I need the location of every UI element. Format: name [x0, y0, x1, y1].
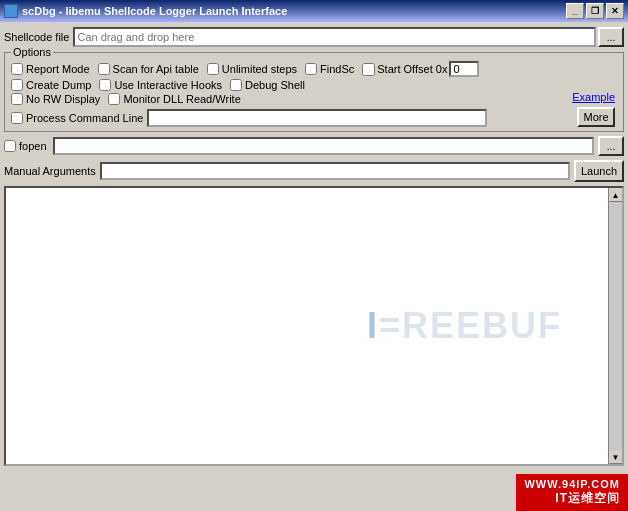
fopen-item: fopen [4, 140, 47, 152]
create-dump-label: Create Dump [26, 79, 91, 91]
report-mode-item: Report Mode [11, 63, 90, 75]
shellcode-row: Shellcode file ... [4, 26, 624, 48]
process-row: Process Command Line [11, 109, 617, 127]
options-legend: Options [11, 46, 53, 58]
window-title: scDbg - libemu Shellcode Logger Launch I… [22, 5, 287, 17]
interactive-hooks-checkbox[interactable] [99, 79, 111, 91]
findsc-checkbox[interactable] [305, 63, 317, 75]
more-button[interactable]: More [577, 107, 615, 127]
unlimited-label: Unlimited steps [222, 63, 297, 75]
title-bar: scDbg - libemu Shellcode Logger Launch I… [0, 0, 628, 22]
start-offset-checkbox[interactable] [362, 63, 375, 76]
process-cmd-label: Process Command Line [26, 112, 143, 124]
report-mode-checkbox[interactable] [11, 63, 23, 75]
manual-arguments-label: Manual Arguments [4, 165, 96, 177]
options-group: Options Report Mode Scan for Api table [4, 52, 624, 132]
offset-value-input[interactable] [449, 61, 479, 77]
app-icon [4, 4, 18, 18]
restore-button[interactable]: ❐ [586, 3, 604, 19]
findsc-label: FindSc [320, 63, 354, 75]
no-rw-label: No RW Display [26, 93, 100, 105]
scroll-track[interactable] [609, 202, 622, 450]
output-area: I=REEBUF ▲ ▼ [4, 186, 624, 466]
badge-tagline: IT运维空间 [524, 490, 620, 507]
process-cmd-input[interactable] [147, 109, 487, 127]
badge-website: WWW.94IP.COM [524, 478, 620, 490]
monitor-dll-item: Monitor DLL Read/Write [108, 93, 240, 105]
options-row-2: Create Dump Use Interactive Hooks Debug … [11, 79, 617, 91]
shellcode-label: Shellcode file [4, 31, 69, 43]
monitor-dll-checkbox[interactable] [108, 93, 120, 105]
close-button[interactable]: ✕ [606, 3, 624, 19]
interactive-hooks-item: Use Interactive Hooks [99, 79, 222, 91]
process-cmd-checkbox[interactable] [11, 112, 23, 124]
minimize-button[interactable]: _ [566, 3, 584, 19]
no-rw-item: No RW Display [11, 93, 100, 105]
start-offset-item: Start Offset 0x [362, 61, 479, 77]
options-row-1: Report Mode Scan for Api table Unlimited… [11, 61, 617, 77]
report-mode-label: Report Mode [26, 63, 90, 75]
launch-button[interactable]: Launch [574, 160, 624, 182]
create-dump-checkbox[interactable] [11, 79, 23, 91]
start-offset-label: Start Offset 0x [377, 63, 447, 75]
title-buttons: _ ❐ ✕ [566, 3, 624, 19]
debug-shell-item: Debug Shell [230, 79, 305, 91]
shellcode-browse-button[interactable]: ... [598, 27, 624, 47]
findsc-item: FindSc [305, 63, 354, 75]
scan-api-label: Scan for Api table [113, 63, 199, 75]
manual-row: Manual Arguments Launch [4, 160, 624, 182]
monitor-dll-label: Monitor DLL Read/Write [123, 93, 240, 105]
scroll-down-button[interactable]: ▼ [609, 450, 623, 464]
shellcode-input[interactable] [73, 27, 596, 47]
fopen-checkbox[interactable] [4, 140, 16, 152]
window-body: Shellcode file ... Options Report Mode [0, 22, 628, 511]
scan-api-item: Scan for Api table [98, 63, 199, 75]
fopen-row: fopen ... [4, 136, 624, 156]
no-rw-checkbox[interactable] [11, 93, 23, 105]
fopen-input[interactable] [53, 137, 594, 155]
output-scrollbar: ▲ ▼ [608, 188, 622, 464]
unlimited-item: Unlimited steps [207, 63, 297, 75]
title-bar-left: scDbg - libemu Shellcode Logger Launch I… [4, 4, 287, 18]
fopen-browse-button[interactable]: ... [598, 136, 624, 156]
scroll-up-button[interactable]: ▲ [609, 188, 623, 202]
window: scDbg - libemu Shellcode Logger Launch I… [0, 0, 628, 511]
options-row-3: No RW Display Monitor DLL Read/Write [11, 93, 617, 105]
example-link[interactable]: Example [572, 91, 615, 103]
watermark-pipe: I [367, 305, 379, 346]
scan-api-checkbox[interactable] [98, 63, 110, 75]
create-dump-item: Create Dump [11, 79, 91, 91]
debug-shell-label: Debug Shell [245, 79, 305, 91]
bottom-badge: WWW.94IP.COM IT运维空间 [516, 474, 628, 511]
manual-arguments-input[interactable] [100, 162, 570, 180]
interactive-hooks-label: Use Interactive Hooks [114, 79, 222, 91]
right-buttons: Example More [572, 91, 615, 127]
process-cmd-item: Process Command Line [11, 112, 143, 124]
unlimited-checkbox[interactable] [207, 63, 219, 75]
watermark: I=REEBUF [367, 305, 562, 347]
options-grid: Report Mode Scan for Api table Unlimited… [11, 61, 617, 127]
top-section: Shellcode file ... Options Report Mode [4, 26, 624, 182]
debug-shell-checkbox[interactable] [230, 79, 242, 91]
fopen-label: fopen [19, 140, 47, 152]
